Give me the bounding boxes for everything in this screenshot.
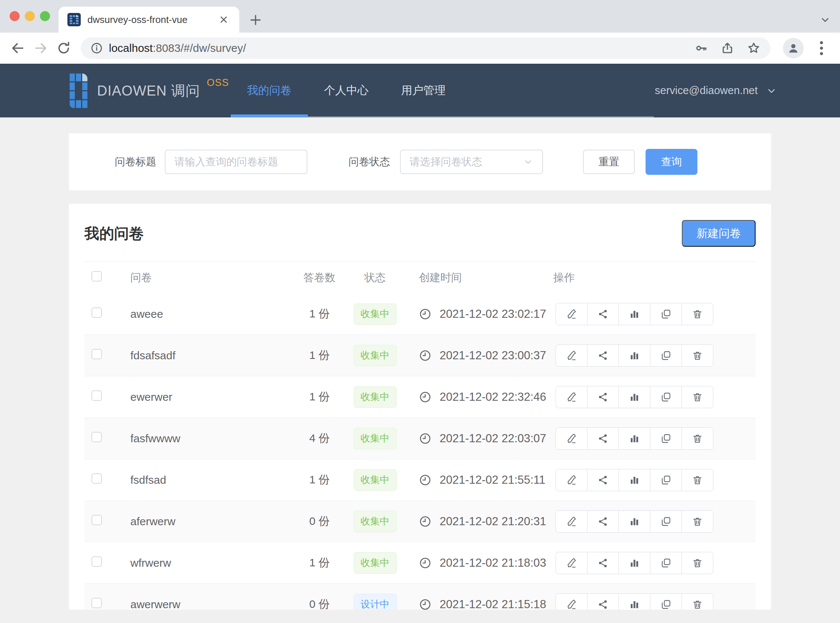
trash-icon xyxy=(692,474,703,486)
status-select[interactable]: 请选择问卷状态 xyxy=(400,150,543,174)
delete-button[interactable] xyxy=(682,427,713,450)
select-all-checkbox[interactable] xyxy=(92,271,102,281)
copy-button[interactable] xyxy=(650,552,682,574)
copy-button[interactable] xyxy=(650,344,682,367)
survey-list-card: 我的问卷 新建问卷 问卷 答卷数 状态 创建时间 操作 aweee 1 份 收集… xyxy=(69,204,771,610)
share-icon xyxy=(598,474,609,486)
row-actions xyxy=(556,303,713,325)
stats-button[interactable] xyxy=(619,344,650,367)
password-key-icon[interactable] xyxy=(695,41,708,55)
stats-button[interactable] xyxy=(619,427,650,450)
site-info-icon[interactable] xyxy=(90,42,103,54)
new-tab-button[interactable] xyxy=(247,11,264,29)
edit-button[interactable] xyxy=(556,344,587,367)
edit-button[interactable] xyxy=(556,510,587,532)
stats-button[interactable] xyxy=(619,303,650,325)
delete-button[interactable] xyxy=(682,303,713,325)
stats-button[interactable] xyxy=(619,386,650,408)
response-count: 1 份 xyxy=(293,389,346,405)
search-button[interactable]: 查询 xyxy=(645,149,697,175)
stats-button[interactable] xyxy=(619,593,650,610)
edit-button[interactable] xyxy=(556,386,587,408)
stats-button[interactable] xyxy=(619,552,650,574)
nav-item-my-surveys[interactable]: 我的问卷 xyxy=(231,64,308,117)
table-row: wfrwerw 1 份 收集中 2021-12-02 21:18:03 xyxy=(84,542,756,584)
edit-button[interactable] xyxy=(556,593,587,610)
share-icon xyxy=(598,599,609,610)
url-bar[interactable]: localhost:8083/#/dw/survey/ xyxy=(81,37,770,59)
trash-icon xyxy=(692,433,703,444)
tab-close-icon[interactable] xyxy=(217,13,230,26)
chevron-down-icon xyxy=(523,157,533,167)
share-button[interactable] xyxy=(587,344,619,367)
window-zoom-button[interactable] xyxy=(40,11,50,21)
edit-button[interactable] xyxy=(556,427,587,450)
clock-icon xyxy=(419,515,431,528)
delete-button[interactable] xyxy=(682,469,713,491)
share-button[interactable] xyxy=(587,386,619,408)
status-badge: 收集中 xyxy=(354,386,397,408)
share-button[interactable] xyxy=(587,469,619,491)
delete-button[interactable] xyxy=(682,510,713,532)
window-minimize-button[interactable] xyxy=(25,11,35,21)
share-button[interactable] xyxy=(587,593,619,610)
copy-button[interactable] xyxy=(650,469,682,491)
user-menu[interactable]: service@diaowen.net xyxy=(655,64,777,117)
copy-button[interactable] xyxy=(650,510,682,532)
row-checkbox[interactable] xyxy=(92,307,102,318)
profile-avatar[interactable] xyxy=(783,38,804,58)
copy-button[interactable] xyxy=(650,386,682,408)
delete-button[interactable] xyxy=(682,386,713,408)
back-button[interactable] xyxy=(10,40,26,56)
row-checkbox[interactable] xyxy=(92,556,102,567)
reload-button[interactable] xyxy=(55,40,72,56)
table-row: fdsafsadf 1 份 收集中 2021-12-02 23:00:37 xyxy=(84,335,756,376)
copy-icon xyxy=(661,308,671,320)
tab-list-chevron-icon[interactable] xyxy=(817,12,833,28)
copy-button[interactable] xyxy=(650,427,682,450)
survey-name: aferwerw xyxy=(123,515,293,528)
edit-button[interactable] xyxy=(556,303,587,325)
share-button[interactable] xyxy=(587,427,619,450)
share-page-icon[interactable] xyxy=(721,41,734,55)
delete-button[interactable] xyxy=(682,344,713,367)
delete-button[interactable] xyxy=(682,552,713,574)
reset-button[interactable]: 重置 xyxy=(583,150,635,174)
browser-tab[interactable]: dwsurvey-oss-front-vue xyxy=(58,7,239,32)
edit-button[interactable] xyxy=(556,469,587,491)
row-checkbox[interactable] xyxy=(92,349,102,359)
trash-icon xyxy=(692,516,703,527)
window-close-button[interactable] xyxy=(10,11,20,21)
nav-item-user-management[interactable]: 用户管理 xyxy=(385,64,462,117)
share-button[interactable] xyxy=(587,510,619,532)
row-checkbox[interactable] xyxy=(92,390,102,401)
delete-button[interactable] xyxy=(682,593,713,610)
row-checkbox[interactable] xyxy=(92,432,102,442)
copy-icon xyxy=(661,599,671,610)
status-badge: 收集中 xyxy=(354,511,397,532)
stats-button[interactable] xyxy=(619,510,650,532)
bookmark-star-icon[interactable] xyxy=(746,41,761,55)
col-header-survey: 问卷 xyxy=(123,270,293,285)
row-checkbox[interactable] xyxy=(92,515,102,525)
forward-button[interactable] xyxy=(32,40,49,56)
status-filter-label: 问卷状态 xyxy=(348,155,390,169)
share-button[interactable] xyxy=(587,303,619,325)
bar-chart-icon xyxy=(629,308,640,320)
nav-item-profile[interactable]: 个人中心 xyxy=(308,64,385,117)
copy-button[interactable] xyxy=(650,593,682,610)
row-actions xyxy=(556,386,713,408)
row-checkbox[interactable] xyxy=(92,598,102,608)
share-button[interactable] xyxy=(587,552,619,574)
edit-pencil-icon xyxy=(566,599,577,610)
row-checkbox[interactable] xyxy=(92,473,102,484)
title-search-input[interactable] xyxy=(165,150,307,174)
edit-pencil-icon xyxy=(566,557,577,569)
create-survey-button[interactable]: 新建问卷 xyxy=(682,220,756,247)
browser-menu-icon[interactable] xyxy=(814,40,829,56)
app-logo[interactable]: DIAOWEN 调问 OSS xyxy=(70,73,229,108)
tab-title: dwsurvey-oss-front-vue xyxy=(87,14,217,26)
copy-button[interactable] xyxy=(650,303,682,325)
stats-button[interactable] xyxy=(619,469,650,491)
edit-button[interactable] xyxy=(556,552,587,574)
